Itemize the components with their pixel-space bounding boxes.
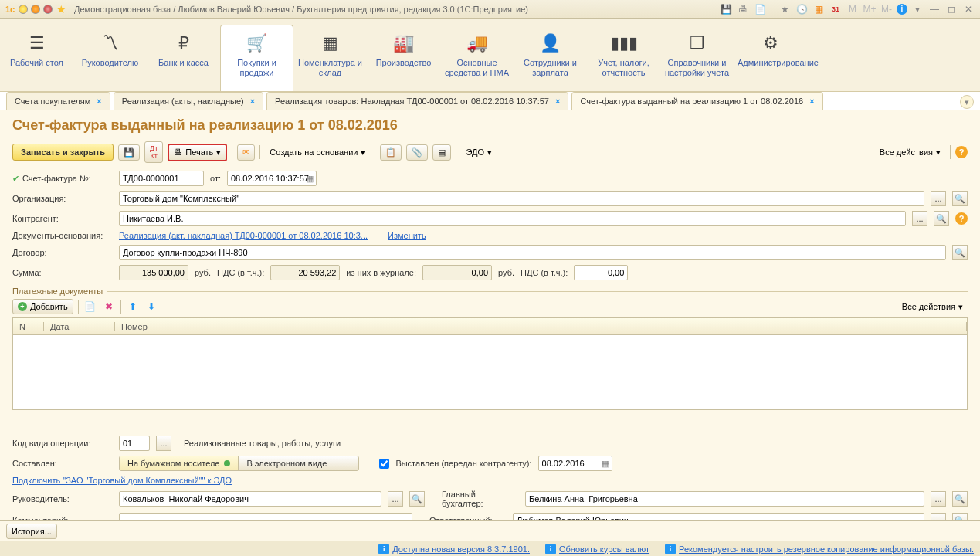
edo-button[interactable]: ЭДО ▾ bbox=[461, 145, 497, 160]
col-n[interactable]: N bbox=[13, 322, 44, 331]
calendar-icon[interactable]: 31 bbox=[829, 3, 843, 15]
nav-hr[interactable]: 👤 Сотрудники и зарплата bbox=[514, 25, 587, 91]
nav-tax[interactable]: ▮▮▮ Учет, налоги, отчетность bbox=[587, 25, 660, 91]
tab-invoice-issued[interactable]: Счет-фактура выданный на реализацию 1 от… bbox=[571, 92, 822, 110]
ruble-icon: ₽ bbox=[151, 32, 216, 55]
up-icon[interactable]: ⬆ bbox=[126, 300, 140, 313]
journal-sum-input[interactable] bbox=[422, 265, 492, 280]
connect-edo-link[interactable]: Подключить "ЗАО "Торговый дом Комплексны… bbox=[12, 476, 232, 485]
save-close-button[interactable]: Записать и закрыть bbox=[12, 144, 114, 161]
all-actions-button[interactable]: Все действия ▾ bbox=[875, 145, 945, 160]
help-icon[interactable]: ? bbox=[955, 146, 968, 158]
payments-title: Платежные документы bbox=[12, 286, 968, 296]
payments-grid[interactable]: N Дата Номер bbox=[12, 317, 968, 410]
tab-close-icon[interactable]: × bbox=[250, 97, 255, 106]
from-date-input[interactable] bbox=[227, 171, 317, 186]
calendar-icon[interactable]: ▦ bbox=[306, 174, 314, 184]
nav-refs[interactable]: ❐ Справочники и настройки учета bbox=[660, 25, 734, 91]
info-icon[interactable]: i bbox=[897, 4, 907, 15]
search-icon[interactable]: 🔍 bbox=[952, 191, 968, 206]
create-based-button[interactable]: Создать на основании ▾ bbox=[265, 145, 370, 160]
post-button[interactable]: ДтКт bbox=[144, 141, 163, 163]
tab-realizations[interactable]: Реализация (акты, накладные) × bbox=[114, 92, 263, 110]
all-actions-button[interactable]: Все действия ▾ bbox=[897, 300, 968, 314]
favorite-icon[interactable]: ★ bbox=[56, 4, 66, 15]
composed-toggle[interactable]: На бумажном носителе В электронном виде bbox=[119, 456, 359, 471]
dropdown-icon[interactable]: ▾ bbox=[910, 3, 924, 15]
tab-realization-doc[interactable]: Реализация товаров: Накладная ТД00-00000… bbox=[266, 92, 568, 110]
search-icon[interactable]: 🔍 bbox=[952, 491, 968, 507]
issued-checkbox[interactable] bbox=[379, 459, 389, 469]
chevron-down-icon: ▾ bbox=[936, 147, 941, 158]
nav-stock[interactable]: ▦ Номенклатура и склад bbox=[293, 25, 367, 91]
copy-icon[interactable]: 📄 bbox=[83, 300, 97, 313]
check-icon: ✔ bbox=[12, 174, 19, 184]
col-number[interactable]: Номер bbox=[115, 322, 967, 331]
nav-manager[interactable]: 〽 Руководителю bbox=[73, 25, 147, 91]
mplus-button[interactable]: M+ bbox=[863, 3, 877, 15]
window-dot-2[interactable] bbox=[31, 5, 40, 14]
select-button[interactable]: ... bbox=[388, 491, 403, 507]
search-icon[interactable]: 🔍 bbox=[934, 211, 949, 226]
nav-desktop[interactable]: ☰ Рабочий стол bbox=[0, 25, 73, 91]
down-icon[interactable]: ⬇ bbox=[144, 300, 158, 313]
select-button[interactable]: ... bbox=[931, 491, 946, 507]
print-button[interactable]: 🖶 Печать ▾ bbox=[168, 144, 227, 161]
mminus-button[interactable]: M- bbox=[880, 3, 894, 15]
window-dot-1[interactable] bbox=[19, 5, 28, 14]
window-dot-3[interactable] bbox=[43, 5, 53, 14]
doc-icon[interactable]: 📄 bbox=[753, 3, 767, 15]
help-icon[interactable]: ? bbox=[955, 212, 968, 225]
minimize-icon[interactable]: — bbox=[927, 3, 941, 15]
counterparty-input[interactable] bbox=[119, 211, 906, 226]
toggle-paper[interactable]: На бумажном носителе bbox=[120, 456, 239, 470]
tab-close-icon[interactable]: × bbox=[97, 97, 101, 106]
list-button[interactable]: ▤ bbox=[432, 144, 451, 161]
print-icon[interactable]: 🖶 bbox=[736, 3, 750, 15]
save-icon[interactable]: 💾 bbox=[719, 3, 733, 15]
select-button[interactable]: ... bbox=[156, 436, 171, 451]
calc-icon[interactable]: ▦ bbox=[812, 3, 826, 15]
op-code-input[interactable] bbox=[119, 436, 150, 451]
tab-close-icon[interactable]: × bbox=[555, 97, 560, 106]
org-input[interactable] bbox=[119, 191, 924, 206]
save-button[interactable]: 💾 bbox=[118, 144, 140, 161]
journal-nds-input[interactable] bbox=[574, 265, 628, 280]
tab-close-icon[interactable]: × bbox=[809, 97, 814, 106]
app-icon: 1c bbox=[5, 4, 15, 15]
tab-invoices[interactable]: Счета покупателям × bbox=[6, 92, 110, 110]
op-desc: Реализованные товары, работы, услуги bbox=[184, 439, 341, 448]
search-icon[interactable]: 🔍 bbox=[409, 491, 425, 507]
select-button[interactable]: ... bbox=[931, 191, 946, 206]
accountant-input[interactable] bbox=[525, 491, 924, 507]
contract-input[interactable] bbox=[119, 245, 946, 260]
structure-button[interactable]: 📋 bbox=[380, 144, 402, 161]
nav-assets[interactable]: 🚚 Основные средства и НМА bbox=[440, 25, 514, 91]
m-button[interactable]: M bbox=[846, 3, 860, 15]
tabs-expand-button[interactable]: ▾ bbox=[960, 95, 974, 109]
nds-input[interactable] bbox=[270, 265, 340, 280]
sum-input[interactable] bbox=[119, 265, 188, 280]
change-link[interactable]: Изменить bbox=[388, 231, 426, 240]
col-date[interactable]: Дата bbox=[44, 322, 115, 331]
nav-admin[interactable]: ⚙ Администрирование bbox=[734, 25, 807, 91]
email-button[interactable]: ✉ bbox=[237, 144, 255, 161]
close-icon[interactable]: ✕ bbox=[961, 3, 975, 15]
maximize-icon[interactable]: ◻ bbox=[944, 3, 958, 15]
nav-sales[interactable]: 🛒 Покупки и продажи bbox=[220, 25, 293, 91]
manager-input[interactable] bbox=[119, 491, 381, 507]
attach-button[interactable]: 📎 bbox=[406, 144, 428, 161]
clock-icon[interactable]: 🕓 bbox=[795, 3, 809, 15]
star-icon[interactable]: ★ bbox=[778, 3, 792, 15]
history-button[interactable]: История... bbox=[6, 524, 57, 539]
search-icon[interactable]: 🔍 bbox=[952, 245, 968, 260]
nav-production[interactable]: 🏭 Производство bbox=[367, 25, 440, 91]
toggle-electronic[interactable]: В электронном виде bbox=[239, 456, 358, 470]
select-button[interactable]: ... bbox=[912, 211, 927, 226]
nav-bank[interactable]: ₽ Банк и касса bbox=[147, 25, 220, 91]
basis-link[interactable]: Реализация (акт, накладная) ТД00-000001 … bbox=[119, 231, 368, 240]
add-button[interactable]: + Добавить bbox=[12, 299, 73, 314]
calendar-icon[interactable]: ▦ bbox=[602, 459, 609, 469]
delete-icon[interactable]: ✖ bbox=[102, 300, 116, 313]
invoice-no-input[interactable] bbox=[119, 171, 204, 186]
